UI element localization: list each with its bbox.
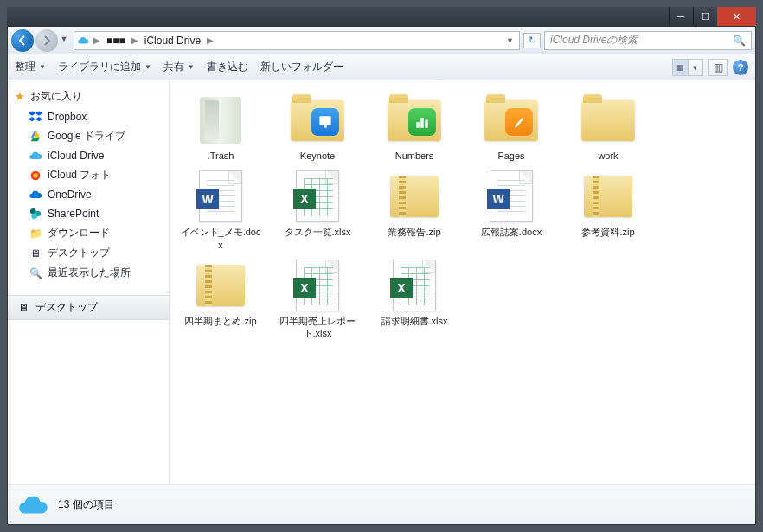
file-thumb — [383, 93, 446, 148]
desktop-icon: 🖥 — [29, 247, 42, 260]
file-name: work — [598, 150, 618, 162]
breadcrumb-separator-icon: ▶ — [207, 35, 214, 45]
file-name: .Trash — [208, 150, 234, 162]
toolbar: 整理▼ ライブラリに追加▼ 共有▼ 書き込む 新しいフォルダー ▦▾ ▥ ? — [8, 54, 755, 80]
file-item[interactable]: .Trash — [178, 93, 263, 162]
refresh-button[interactable]: ↻ — [523, 33, 541, 48]
sidebar-item-label: デスクトップ — [48, 246, 110, 260]
file-item[interactable]: 参考資料.zip — [566, 169, 651, 251]
sidebar-item-label: OneDrive — [48, 189, 92, 201]
organize-button[interactable]: 整理▼ — [15, 60, 46, 74]
file-thumb: X — [286, 169, 349, 224]
sidebar-item-label: iCloud フォト — [48, 168, 111, 183]
burn-button[interactable]: 書き込む — [207, 60, 248, 74]
file-name: 広報誌案.docx — [481, 226, 542, 238]
preview-pane-button[interactable]: ▥ — [708, 59, 728, 76]
file-name: 参考資料.zip — [581, 226, 634, 238]
sidebar-item-recent[interactable]: 🔍最近表示した場所 — [8, 263, 169, 283]
search-icon: 🔍 — [733, 35, 746, 47]
close-button[interactable]: ✕ — [717, 7, 756, 26]
file-item[interactable]: X請求明細書.xlsx — [372, 258, 457, 340]
file-name: 請求明細書.xlsx — [382, 315, 448, 327]
sidebar-item-iphoto[interactable]: iCloud フォト — [8, 165, 169, 185]
maximize-button[interactable]: ☐ — [693, 7, 717, 26]
star-icon: ★ — [15, 90, 25, 103]
nav-history-dropdown[interactable]: ▼ — [58, 29, 70, 48]
file-thumb: X — [286, 258, 349, 313]
status-text: 13 個の項目 — [58, 497, 114, 512]
file-thumb — [577, 169, 639, 224]
file-thumb — [480, 93, 542, 148]
sidebar: ★ お気に入り DropboxGoogle ドライブiCloud DriveiC… — [8, 80, 170, 484]
file-item[interactable]: 四半期まとめ.zip — [178, 258, 263, 340]
sidebar-item-label: Google ドライブ — [48, 129, 125, 144]
sidebar-item-desktop[interactable]: 🖥デスクトップ — [8, 243, 169, 263]
forward-button[interactable] — [35, 29, 58, 52]
back-button[interactable] — [11, 29, 34, 52]
file-area[interactable]: .TrashKeynoteNumbersPagesworkWイベント_メモ.do… — [170, 80, 755, 484]
file-name: Keynote — [300, 150, 335, 162]
view-mode-button[interactable]: ▦▾ — [672, 59, 703, 76]
sidebar-item-label: 最近表示した場所 — [48, 266, 131, 280]
sidebar-item-label: iCloud Drive — [48, 150, 104, 162]
sidebar-item-sharepoint[interactable]: SharePoint — [8, 204, 169, 223]
svg-rect-7 — [416, 122, 419, 128]
svg-point-1 — [33, 173, 37, 177]
address-dropdown[interactable]: ▼ — [503, 36, 517, 45]
file-thumb — [286, 93, 349, 148]
desktop-icon: 🖥 — [16, 301, 30, 315]
file-thumb — [189, 93, 252, 148]
address-bar: ▼ ▶ ■■■ ▶ iCloud Drive ▶ ▼ ↻ iCloud Driv… — [8, 27, 755, 54]
favorites-header[interactable]: ★ お気に入り — [8, 86, 169, 107]
breadcrumb-location[interactable]: iCloud Drive — [142, 35, 203, 47]
download-icon: 📁 — [29, 227, 42, 240]
icloud-icon — [16, 492, 49, 518]
file-item[interactable]: work — [566, 93, 651, 162]
new-folder-button[interactable]: 新しいフォルダー — [260, 60, 343, 74]
breadcrumb-separator-icon: ▶ — [93, 35, 100, 45]
sidebar-item-icloud[interactable]: iCloud Drive — [8, 146, 169, 165]
file-name: Pages — [497, 150, 524, 162]
sharepoint-icon — [29, 207, 42, 221]
share-button[interactable]: 共有▼ — [164, 60, 195, 74]
file-item[interactable]: Wイベント_メモ.docx — [178, 169, 263, 251]
address-field[interactable]: ▶ ■■■ ▶ iCloud Drive ▶ ▼ — [74, 31, 520, 50]
minimize-button[interactable]: ─ — [669, 7, 693, 26]
file-thumb — [189, 258, 252, 313]
file-item[interactable]: Xタスク一覧.xlsx — [275, 169, 360, 251]
file-name: イベント_メモ.docx — [178, 226, 263, 251]
sidebar-item-dropbox[interactable]: Dropbox — [8, 107, 169, 126]
add-library-button[interactable]: ライブラリに追加▼ — [58, 60, 151, 74]
file-item[interactable]: Keynote — [275, 93, 360, 162]
breadcrumb-user[interactable]: ■■■ — [104, 35, 128, 47]
sidebar-item-label: ダウンロード — [48, 226, 110, 240]
sidebar-item-gdrive[interactable]: Google ドライブ — [8, 126, 169, 146]
file-name: Numbers — [395, 150, 434, 162]
breadcrumb-separator-icon: ▶ — [131, 35, 138, 45]
sidebar-item-label: SharePoint — [48, 208, 99, 220]
file-thumb — [383, 169, 446, 224]
gdrive-icon — [29, 130, 42, 144]
svg-rect-6 — [324, 125, 326, 127]
file-item[interactable]: Numbers — [372, 93, 457, 162]
sidebar-desktop[interactable]: 🖥 デスクトップ — [8, 295, 169, 320]
onedrive-icon — [29, 188, 42, 202]
file-thumb: X — [383, 258, 446, 313]
file-item[interactable]: Pages — [469, 93, 554, 162]
search-placeholder: iCloud Driveの検索 — [550, 33, 638, 48]
help-button[interactable]: ? — [733, 60, 748, 75]
icloud-icon — [29, 149, 42, 163]
svg-rect-8 — [420, 118, 423, 128]
file-item[interactable]: 業務報告.zip — [372, 169, 457, 251]
search-input[interactable]: iCloud Driveの検索 🔍 — [544, 31, 752, 50]
svg-point-4 — [31, 213, 37, 219]
file-item[interactable]: X四半期売上レポート.xlsx — [275, 258, 360, 340]
sidebar-item-label: Dropbox — [48, 111, 87, 123]
sidebar-item-onedrive[interactable]: OneDrive — [8, 185, 169, 204]
file-item[interactable]: W広報誌案.docx — [469, 169, 554, 251]
file-name: タスク一覧.xlsx — [285, 226, 351, 238]
sidebar-item-download[interactable]: 📁ダウンロード — [8, 223, 169, 243]
svg-rect-5 — [319, 116, 330, 125]
titlebar: ─ ☐ ✕ — [7, 7, 756, 26]
file-name: 四半期まとめ.zip — [184, 315, 256, 327]
